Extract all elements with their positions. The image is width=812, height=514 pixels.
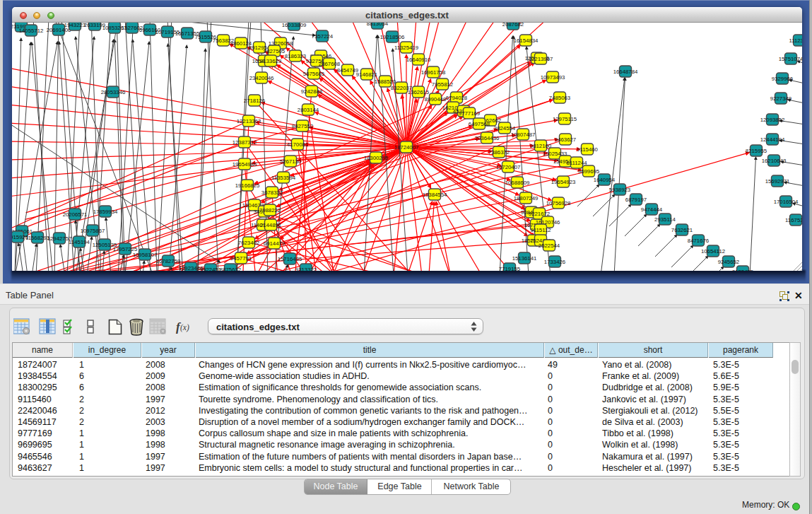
svg-text:7623402: 7623402 — [238, 240, 259, 246]
svg-text:16782759: 16782759 — [156, 258, 181, 264]
svg-text:9474444: 9474444 — [641, 206, 663, 213]
svg-text:8427552: 8427552 — [292, 123, 313, 129]
svg-text:16640910: 16640910 — [406, 57, 431, 63]
svg-text:7632621: 7632621 — [671, 227, 693, 233]
svg-text:9812160: 9812160 — [530, 143, 552, 149]
svg-text:1733426: 1733426 — [544, 259, 565, 265]
svg-text:9313322: 9313322 — [295, 267, 317, 271]
svg-text:9227349: 9227349 — [770, 95, 792, 102]
svg-text:23420046: 23420046 — [249, 75, 274, 81]
svg-text:3824554: 3824554 — [494, 125, 516, 132]
svg-text:9245652: 9245652 — [718, 259, 739, 265]
svg-text:19166825: 19166825 — [235, 182, 260, 189]
svg-text:28053346: 28053346 — [101, 89, 126, 95]
svg-text:8471676: 8471676 — [688, 238, 709, 244]
svg-text:8875632: 8875632 — [220, 267, 241, 271]
svg-text:5267130: 5267130 — [280, 158, 302, 165]
svg-text:19384554: 19384554 — [423, 192, 447, 198]
svg-text:10975867: 10975867 — [81, 228, 105, 234]
svg-text:11568293: 11568293 — [25, 235, 49, 241]
svg-text:10654112: 10654112 — [701, 248, 725, 255]
svg-text:5675685: 5675685 — [303, 71, 325, 77]
svg-text:2144891: 2144891 — [260, 222, 281, 228]
svg-text:11325419: 11325419 — [394, 45, 418, 51]
svg-text:12444194: 12444194 — [760, 136, 785, 143]
svg-text:7386372: 7386372 — [488, 149, 510, 156]
svg-text:12213363: 12213363 — [237, 118, 261, 124]
svg-text:2867608: 2867608 — [319, 61, 340, 67]
svg-text:9922451: 9922451 — [200, 267, 221, 271]
svg-text:11353594: 11353594 — [271, 175, 296, 181]
svg-text:8186323: 8186323 — [285, 53, 306, 59]
svg-text:2522544: 2522544 — [539, 243, 560, 249]
svg-text:18300295: 18300295 — [364, 155, 389, 161]
svg-text:7988222: 7988222 — [259, 207, 281, 214]
svg-text:7719155: 7719155 — [499, 266, 521, 271]
svg-text:5938923: 5938923 — [609, 187, 630, 193]
svg-text:6497568: 6497568 — [469, 121, 490, 127]
svg-text:1145194: 1145194 — [69, 239, 90, 245]
svg-text:10807487: 10807487 — [511, 132, 536, 138]
svg-text:10756928: 10756928 — [546, 200, 571, 206]
svg-text:1362615: 1362615 — [408, 89, 430, 95]
svg-text:8123455: 8123455 — [732, 269, 754, 271]
svg-text:16033809: 16033809 — [282, 23, 307, 28]
svg-text:6914479: 6914479 — [264, 240, 285, 247]
svg-text:1640954: 1640954 — [594, 177, 616, 183]
svg-text:7357224: 7357224 — [312, 33, 334, 40]
svg-text:9115460: 9115460 — [577, 146, 598, 153]
svg-text:8133629: 8133629 — [260, 58, 281, 64]
svg-text:1943223: 1943223 — [64, 23, 86, 28]
svg-text:19654923: 19654923 — [551, 179, 576, 185]
svg-text:3678332: 3678332 — [261, 189, 283, 196]
svg-text:18724007: 18724007 — [394, 144, 419, 151]
svg-text:16210643: 16210643 — [762, 158, 787, 164]
svg-text:15136141: 15136141 — [512, 255, 537, 262]
svg-text:2935114: 2935114 — [654, 216, 676, 223]
svg-text:10973493: 10973493 — [541, 74, 565, 81]
svg-text:15716485: 15716485 — [278, 256, 302, 262]
svg-text:4170081: 4170081 — [287, 141, 308, 148]
svg-text:1112384: 1112384 — [789, 37, 802, 44]
svg-text:9463627: 9463627 — [555, 136, 576, 143]
svg-text:19654985: 19654985 — [233, 161, 257, 168]
svg-text:8215955: 8215955 — [746, 148, 767, 154]
svg-text:2718126: 2718126 — [244, 98, 265, 104]
svg-text:9146821: 9146821 — [356, 71, 377, 78]
svg-text:16961758: 16961758 — [421, 69, 446, 76]
svg-text:9329966: 9329966 — [772, 76, 793, 82]
svg-text:12213967: 12213967 — [529, 56, 553, 62]
svg-text:9699695: 9699695 — [578, 168, 600, 175]
svg-text:15751074: 15751074 — [779, 56, 802, 62]
svg-text:7485063: 7485063 — [549, 95, 570, 101]
svg-text:9777169: 9777169 — [459, 110, 480, 117]
svg-text:2087682: 2087682 — [502, 23, 524, 28]
svg-text:1167533: 1167533 — [785, 217, 802, 223]
svg-text:16154834: 16154834 — [514, 37, 539, 44]
svg-text:14055712: 14055712 — [19, 28, 44, 34]
svg-text:15720407: 15720407 — [496, 164, 521, 170]
svg-text:8813054: 8813054 — [367, 23, 389, 27]
svg-text:9457791: 9457791 — [230, 255, 252, 262]
svg-text:10688609: 10688609 — [505, 180, 530, 186]
svg-text:8454749: 8454749 — [337, 67, 358, 74]
svg-text:(x): (x) — [180, 323, 189, 332]
svg-text:10958107: 10958107 — [133, 252, 158, 258]
svg-text:20364436: 20364436 — [475, 135, 500, 141]
svg-text:19218506: 19218506 — [380, 34, 405, 40]
svg-text:20206571: 20206571 — [63, 211, 88, 218]
svg-text:12975115: 12975115 — [553, 116, 577, 122]
svg-text:18807249: 18807249 — [514, 195, 539, 201]
svg-text:2803144: 2803144 — [298, 107, 319, 113]
svg-text:17016504: 17016504 — [774, 199, 799, 205]
svg-text:12387312: 12387312 — [233, 139, 257, 146]
svg-text:12093852: 12093852 — [760, 117, 785, 123]
svg-text:17859934: 17859934 — [93, 209, 118, 215]
svg-text:9827505: 9827505 — [264, 48, 286, 54]
svg-text:8990448: 8990448 — [425, 96, 446, 103]
svg-text:6879197: 6879197 — [625, 197, 647, 203]
svg-text:9242848: 9242848 — [301, 88, 322, 95]
svg-text:7955812: 7955812 — [432, 81, 453, 88]
svg-text:9115112: 9115112 — [530, 227, 551, 233]
svg-text:15692971: 15692971 — [765, 178, 790, 185]
